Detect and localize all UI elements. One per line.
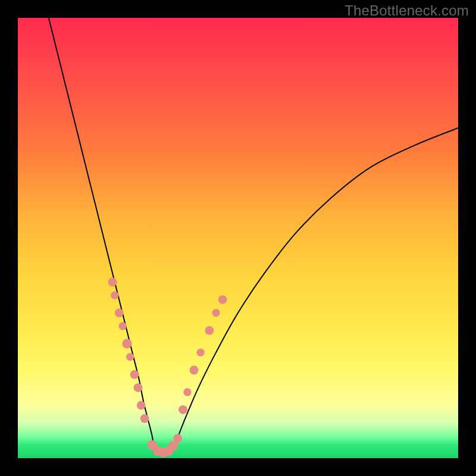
bottleneck-gradient-plot [18,18,458,458]
watermark-text: TheBottleneck.com [345,2,469,19]
